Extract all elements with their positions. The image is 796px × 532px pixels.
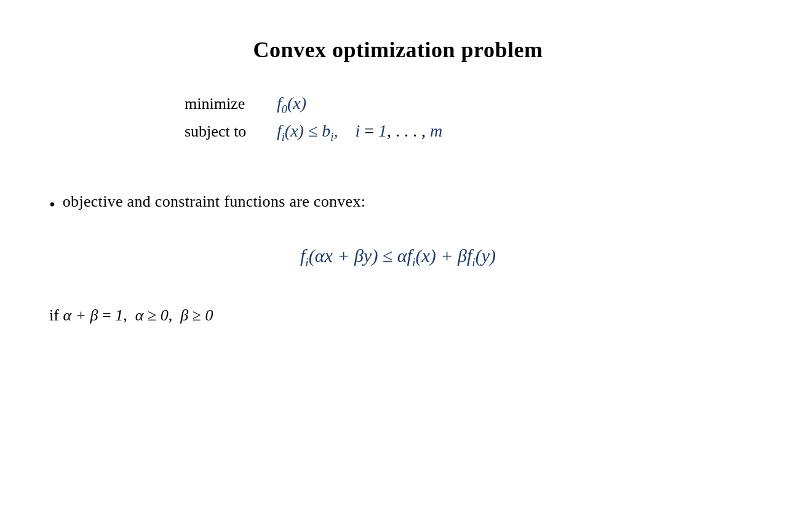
subject-to-row: subject to fi(x) ≤ bi, i = 1, . . . , m bbox=[185, 121, 747, 144]
bullet-dot: • bbox=[49, 195, 55, 215]
minimize-formula: f0(x) bbox=[277, 93, 306, 116]
bullet-text: objective and constraint functions are c… bbox=[63, 193, 365, 211]
page: Convex optimization problem minimize f0(… bbox=[0, 0, 796, 532]
minimize-row: minimize f0(x) bbox=[185, 93, 747, 116]
bullet-item: • objective and constraint functions are… bbox=[49, 193, 747, 215]
subject-to-formula: fi(x) ≤ bi, i = 1, . . . , m bbox=[277, 121, 442, 144]
page-title: Convex optimization problem bbox=[49, 37, 747, 63]
bullet-section: • objective and constraint functions are… bbox=[49, 193, 747, 325]
bottom-condition: if α + β = 1, α ≥ 0, β ≥ 0 bbox=[49, 306, 747, 325]
convexity-formula: fi(αx + βy) ≤ αfi(x) + βfi(y) bbox=[49, 245, 747, 269]
minimize-label: minimize bbox=[185, 95, 258, 113]
subject-to-label: subject to bbox=[185, 122, 258, 141]
optimization-block: minimize f0(x) subject to fi(x) ≤ bi, i … bbox=[185, 93, 747, 143]
